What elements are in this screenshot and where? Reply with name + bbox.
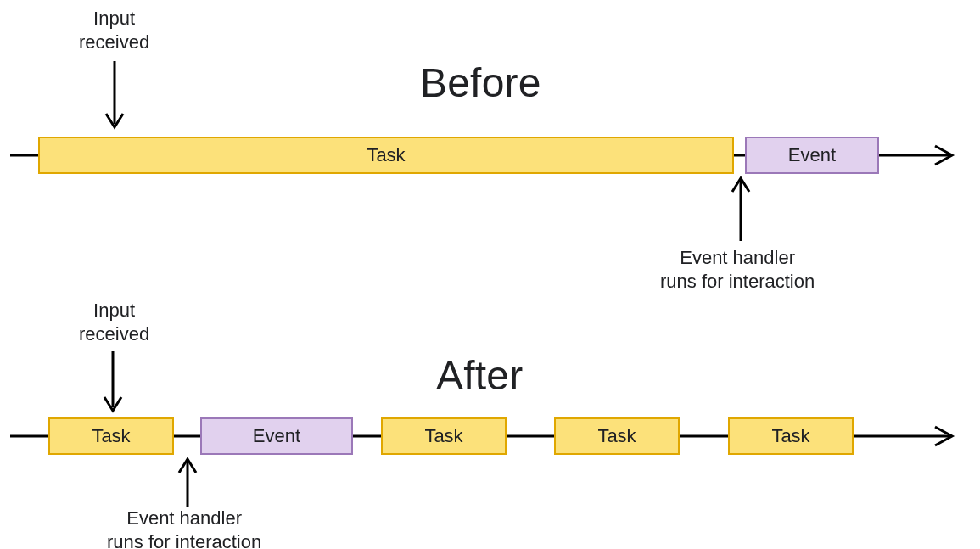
task-label: Task <box>597 425 636 447</box>
after-event-block: Event <box>200 417 353 455</box>
after-input-arrow <box>100 351 126 419</box>
after-input-received-label: Input received <box>79 299 149 345</box>
after-event-arrow <box>175 457 200 510</box>
after-task-block-4: Task <box>728 417 854 455</box>
task-label: Task <box>367 144 405 166</box>
task-label: Task <box>771 425 809 447</box>
before-event-handler-label: Event handler runs for interaction <box>660 246 815 293</box>
after-event-handler-label: Event handler runs for interaction <box>107 507 261 549</box>
before-input-received-label: Input received <box>79 7 149 53</box>
title-before: Before <box>420 59 541 106</box>
task-label: Task <box>92 425 130 447</box>
task-label: Task <box>424 425 462 447</box>
before-task-block: Task <box>38 137 734 174</box>
before-input-arrow <box>102 61 127 137</box>
after-task-block-3: Task <box>554 417 680 455</box>
before-event-arrow <box>728 176 753 244</box>
before-event-block: Event <box>745 137 879 174</box>
after-task-block-2: Task <box>381 417 507 455</box>
event-label: Event <box>788 144 836 166</box>
after-task-block-1: Task <box>48 417 174 455</box>
title-after: After <box>436 352 523 399</box>
event-label: Event <box>253 425 300 447</box>
